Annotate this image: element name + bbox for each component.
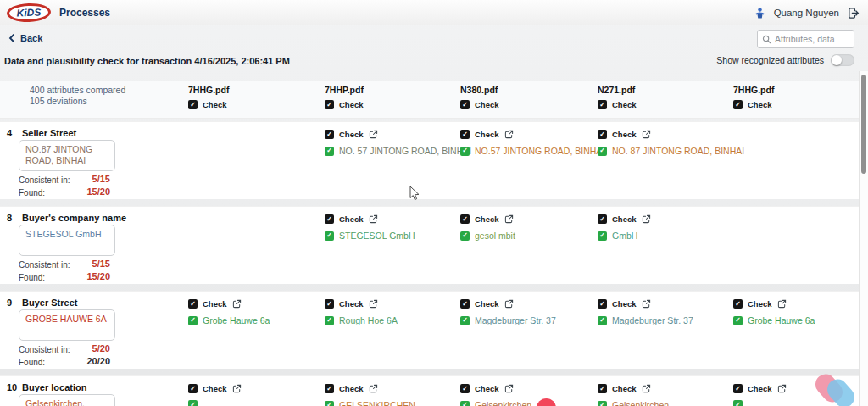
external-link-icon[interactable] [642, 130, 651, 139]
external-link-icon[interactable] [369, 214, 378, 224]
check-checkbox[interactable] [325, 384, 334, 393]
external-link-icon[interactable] [777, 299, 787, 309]
nav-title-processes[interactable]: Processes [59, 0, 110, 25]
recognized-value: GmbH [612, 231, 637, 241]
check-label: Check [339, 130, 364, 139]
check-checkbox[interactable] [733, 384, 743, 393]
external-link-icon[interactable] [642, 214, 651, 224]
check-label: Check [475, 299, 499, 309]
recognized-checkbox[interactable] [325, 147, 334, 156]
recognized-value: Rough Hoe 6A [339, 315, 398, 325]
check-checkbox[interactable] [325, 130, 334, 139]
attribute-number: 4 [7, 128, 12, 138]
recognized-checkbox[interactable] [598, 147, 607, 156]
recognized-checkbox[interactable] [598, 401, 607, 406]
recognized-checkbox[interactable] [188, 400, 198, 406]
attribute-value-input[interactable]: Gelsenkirchen, [19, 394, 115, 406]
check-checkbox[interactable] [598, 384, 607, 393]
external-link-icon[interactable] [504, 299, 514, 309]
check-label: Check [339, 100, 364, 109]
recognized-value: Grobe Hauwe 6a [203, 315, 270, 325]
doc-column-header: 7HHG.pdf Check [733, 85, 868, 109]
doc-check-cell: Check [188, 384, 324, 406]
logout-icon[interactable] [847, 7, 860, 19]
external-link-icon[interactable] [777, 384, 787, 393]
check-checkbox[interactable] [188, 299, 198, 309]
check-checkbox[interactable] [460, 100, 470, 109]
doc-column-header: 7HHP.pdf Check [325, 85, 460, 109]
doc-check-cell: Check Grobe Hauwe 6a [733, 299, 868, 325]
user-icon[interactable] [754, 7, 766, 19]
check-checkbox[interactable] [325, 299, 334, 309]
deviations-count: 105 deviations [30, 96, 125, 107]
doc-check-cell: Check Gelsenkirchen, [598, 384, 733, 406]
check-checkbox[interactable] [460, 214, 470, 224]
recognized-checkbox[interactable] [460, 231, 470, 241]
check-checkbox[interactable] [598, 130, 607, 139]
user-name: Quang Nguyen [774, 8, 839, 18]
recognized-value: STEGESOL GmbH [339, 231, 415, 241]
attribute-value-input[interactable]: NO.87 JINTONG ROAD, BINHAI [19, 140, 115, 171]
recognized-checkbox[interactable] [598, 231, 607, 241]
recognized-checkbox[interactable] [325, 231, 334, 241]
check-checkbox[interactable] [733, 100, 743, 109]
external-link-icon[interactable] [369, 384, 378, 393]
check-label: Check [612, 130, 637, 139]
external-link-icon[interactable] [232, 384, 242, 393]
external-link-icon[interactable] [369, 299, 378, 309]
check-label: Check [475, 130, 499, 139]
recognized-checkbox[interactable] [733, 316, 743, 325]
check-checkbox[interactable] [733, 299, 743, 309]
check-label: Check [203, 384, 227, 393]
recognized-checkbox[interactable] [460, 147, 470, 156]
doc-check-cell: Check STEGESOL GmbH [325, 214, 460, 241]
check-checkbox[interactable] [460, 384, 470, 393]
recognized-checkbox[interactable] [325, 316, 334, 325]
check-checkbox[interactable] [598, 299, 607, 309]
recognized-checkbox[interactable] [460, 401, 470, 406]
external-link-icon[interactable] [642, 384, 651, 393]
recognized-checkbox[interactable] [325, 401, 334, 406]
attribute-value-input[interactable]: GROBE HAUWE 6A [19, 309, 115, 341]
recognized-value: Magdeburger Str. 37 [612, 315, 693, 325]
back-button[interactable]: Back [8, 33, 42, 43]
recognized-checkbox[interactable] [188, 316, 198, 325]
check-checkbox[interactable] [460, 299, 470, 309]
check-checkbox[interactable] [325, 214, 334, 224]
show-recognized-toggle[interactable] [831, 54, 854, 66]
check-label: Check [612, 100, 637, 109]
kids-logo[interactable]: KiDS [7, 3, 52, 23]
doc-file-name: N380.pdf [460, 85, 596, 95]
doc-check-cell: Check NO.57 JINTONG ROAD, BINHAI [460, 130, 596, 156]
doc-check-cell: Check gesol mbit [460, 214, 596, 241]
found-value: 20/20 [59, 356, 110, 366]
check-label: Check [475, 214, 499, 224]
check-label: Check [748, 299, 772, 309]
attribute-row-buyer-company: 8 Buyer's company name STEGESOL GmbH Con… [0, 206, 859, 284]
external-link-icon[interactable] [504, 214, 514, 224]
recognized-checkbox[interactable] [733, 400, 743, 406]
search-input[interactable] [775, 34, 849, 44]
check-checkbox[interactable] [188, 100, 198, 109]
check-checkbox[interactable] [188, 384, 198, 393]
attribute-value-input[interactable]: STEGESOL GmbH [19, 225, 115, 256]
recognized-value: NO. 57 JINTONG ROAD, BINHAI [339, 146, 471, 156]
search-box[interactable] [757, 30, 854, 48]
check-checkbox[interactable] [598, 214, 607, 224]
recognized-value: NO.57 JINTONG ROAD, BINHAI [475, 146, 604, 156]
check-checkbox[interactable] [460, 130, 470, 139]
external-link-icon[interactable] [504, 384, 514, 393]
external-link-icon[interactable] [369, 130, 378, 139]
check-checkbox[interactable] [325, 100, 334, 109]
recognized-checkbox[interactable] [598, 316, 607, 325]
external-link-icon[interactable] [504, 130, 514, 139]
attribute-label: Buyer Street [22, 298, 77, 308]
check-checkbox[interactable] [598, 100, 607, 109]
check-label: Check [612, 299, 637, 309]
external-link-icon[interactable] [232, 299, 242, 309]
recognized-checkbox[interactable] [460, 316, 470, 325]
check-label: Check [612, 214, 637, 224]
scrollbar-thumb[interactable] [861, 75, 866, 174]
attribute-number: 10 [7, 382, 17, 392]
external-link-icon[interactable] [642, 299, 651, 309]
